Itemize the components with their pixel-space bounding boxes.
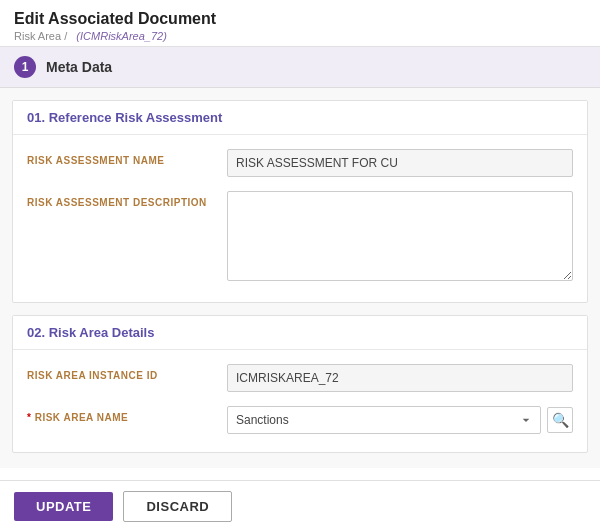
form-row-instance-id: RISK AREA INSTANCE ID bbox=[27, 364, 573, 392]
step-header: 1 Meta Data bbox=[0, 47, 600, 88]
discard-button[interactable]: DISCARD bbox=[123, 491, 232, 522]
update-button[interactable]: UPDATE bbox=[14, 492, 113, 521]
page-title: Edit Associated Document bbox=[14, 10, 586, 28]
section2-title: 02. Risk Area Details bbox=[13, 316, 587, 350]
breadcrumb-item: (ICMRiskArea_72) bbox=[76, 30, 166, 42]
name-control bbox=[227, 149, 573, 177]
name-label: RISK ASSESSMENT NAME bbox=[27, 149, 227, 166]
content-area: 01. Reference Risk Assessment RISK ASSES… bbox=[0, 88, 600, 468]
page-wrapper: Edit Associated Document Risk Area / (IC… bbox=[0, 0, 600, 532]
section-reference-risk: 01. Reference Risk Assessment RISK ASSES… bbox=[12, 100, 588, 303]
description-label: RISK ASSESSMENT DESCRIPTION bbox=[27, 191, 227, 208]
form-row-area-name: RISK AREA NAME Sanctions Compliance Oper… bbox=[27, 406, 573, 434]
section2-body: RISK AREA INSTANCE ID RISK AREA NAME San… bbox=[13, 350, 587, 452]
area-name-select-wrapper: Sanctions Compliance Operational Financi… bbox=[227, 406, 573, 434]
breadcrumb-base: Risk Area / bbox=[14, 30, 67, 42]
risk-assessment-name-input[interactable] bbox=[227, 149, 573, 177]
risk-area-instance-id-input[interactable] bbox=[227, 364, 573, 392]
form-row-name: RISK ASSESSMENT NAME bbox=[27, 149, 573, 177]
step-number: 1 bbox=[14, 56, 36, 78]
form-row-description: RISK ASSESSMENT DESCRIPTION bbox=[27, 191, 573, 284]
instance-id-label: RISK AREA INSTANCE ID bbox=[27, 364, 227, 381]
section-risk-area-details: 02. Risk Area Details RISK AREA INSTANCE… bbox=[12, 315, 588, 453]
magnifier-icon: 🔍 bbox=[552, 412, 569, 428]
description-control bbox=[227, 191, 573, 284]
area-name-control: Sanctions Compliance Operational Financi… bbox=[227, 406, 573, 434]
section1-body: RISK ASSESSMENT NAME RISK ASSESSMENT DES… bbox=[13, 135, 587, 302]
instance-id-control bbox=[227, 364, 573, 392]
step-label: Meta Data bbox=[46, 59, 112, 75]
risk-area-name-select[interactable]: Sanctions Compliance Operational Financi… bbox=[227, 406, 541, 434]
breadcrumb: Risk Area / (ICMRiskArea_72) bbox=[14, 30, 586, 42]
footer: UPDATE DISCARD bbox=[0, 480, 600, 532]
area-name-search-button[interactable]: 🔍 bbox=[547, 407, 573, 433]
risk-assessment-description-textarea[interactable] bbox=[227, 191, 573, 281]
section1-title: 01. Reference Risk Assessment bbox=[13, 101, 587, 135]
area-name-label: RISK AREA NAME bbox=[27, 406, 227, 423]
page-header: Edit Associated Document Risk Area / (IC… bbox=[0, 0, 600, 47]
